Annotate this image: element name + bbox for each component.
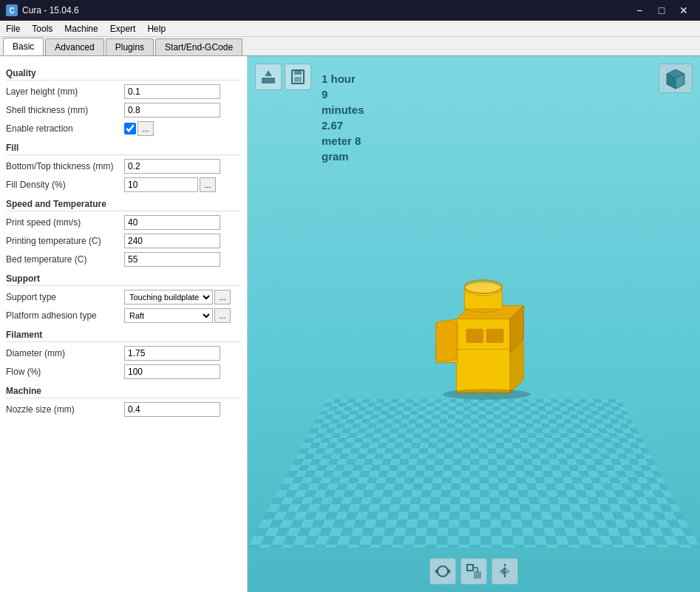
- print-info: 1 hour 9 minutes 2.67 meter 8 gram: [322, 71, 364, 164]
- row-bottom-top-thickness: Bottom/Top thickness (mm): [6, 158, 241, 174]
- load-icon: [260, 69, 276, 85]
- input-print-temp[interactable]: [124, 234, 220, 248]
- row-support-type: Support type Touching buildplate Everywh…: [6, 289, 241, 305]
- viewport-toolbar-bottom: [429, 558, 518, 585]
- svg-marker-23: [435, 568, 438, 574]
- row-print-temp: Printing temperature (C): [6, 233, 241, 249]
- section-speed: Speed and Temperature: [6, 199, 241, 211]
- support-type-dots-button[interactable]: ...: [214, 290, 231, 304]
- tab-advanced[interactable]: Advanced: [45, 38, 103, 55]
- scale-icon: [466, 563, 482, 579]
- menu-machine[interactable]: Machine: [58, 22, 103, 35]
- input-fill-density[interactable]: [124, 177, 198, 192]
- tabbar: Basic Advanced Plugins Start/End-GCode: [0, 37, 700, 56]
- scale-button[interactable]: [461, 558, 487, 585]
- menu-file[interactable]: File: [0, 22, 26, 35]
- row-platform-adhesion: Platform adhesion type Raft Brim Skirt N…: [6, 307, 241, 324]
- label-bottom-top-thickness: Bottom/Top thickness (mm): [6, 161, 124, 171]
- retraction-dots-button[interactable]: ...: [137, 121, 154, 136]
- titlebar-left: C Cura - 15.04.6: [6, 4, 79, 16]
- mirror-icon: [497, 563, 513, 579]
- row-diameter: Diameter (mm): [6, 345, 241, 361]
- left-panel: Quality Layer height (mm) Shell thicknes…: [0, 56, 248, 592]
- menu-expert[interactable]: Expert: [104, 22, 142, 35]
- svg-marker-1: [265, 70, 272, 76]
- mirror-button[interactable]: [492, 558, 518, 585]
- svg-rect-0: [262, 78, 275, 84]
- svg-marker-29: [500, 567, 505, 576]
- app-icon: C: [6, 4, 18, 16]
- rotate-icon: [435, 563, 451, 579]
- svg-rect-18: [466, 329, 483, 342]
- platform-adhesion-wrapper: Raft Brim Skirt None ...: [124, 308, 231, 323]
- viewport-toolbar-right: [659, 64, 693, 93]
- input-layer-height[interactable]: [124, 84, 220, 99]
- input-bottom-top-thickness[interactable]: [124, 159, 220, 174]
- label-support-type: Support type: [6, 292, 124, 302]
- print-material: 2.67 meter 8 gram: [322, 118, 364, 164]
- svg-rect-3: [294, 70, 302, 75]
- label-flow: Flow (%): [6, 367, 124, 377]
- save-model-button[interactable]: [285, 64, 311, 90]
- support-type-wrapper: Touching buildplate Everywhere None ...: [124, 290, 231, 304]
- titlebar: C Cura - 15.04.6 − □ ✕: [0, 0, 700, 21]
- view-cube-svg: [662, 65, 689, 92]
- row-fill-density: Fill Density (%) ...: [6, 177, 241, 193]
- label-nozzle-size: Nozzle size (mm): [6, 404, 124, 415]
- menu-help[interactable]: Help: [141, 22, 171, 35]
- tab-plugins[interactable]: Plugins: [106, 38, 154, 55]
- section-quality: Quality: [6, 68, 241, 81]
- view-cube-icon[interactable]: [659, 64, 693, 93]
- load-model-button[interactable]: [255, 64, 282, 90]
- tab-startend[interactable]: Start/End-GCode: [155, 38, 242, 55]
- label-bed-temp: Bed temperature (C): [6, 254, 124, 265]
- tab-basic[interactable]: Basic: [3, 38, 44, 55]
- input-print-speed[interactable]: [124, 215, 220, 230]
- label-fill-density: Fill Density (%): [6, 180, 124, 190]
- titlebar-title: Cura - 15.04.6: [22, 5, 79, 16]
- main-layout: Quality Layer height (mm) Shell thicknes…: [0, 56, 700, 592]
- viewport-toolbar-top: 1 hour 9 minutes 2.67 meter 8 gram: [255, 64, 311, 90]
- row-layer-height: Layer height (mm): [6, 84, 241, 100]
- select-support-type[interactable]: Touching buildplate Everywhere None: [124, 290, 213, 304]
- svg-rect-4: [294, 77, 302, 82]
- maximize-button[interactable]: □: [651, 3, 672, 18]
- titlebar-controls[interactable]: − □ ✕: [629, 3, 694, 18]
- row-nozzle-size: Nozzle size (mm): [6, 401, 241, 418]
- save-icon: [290, 69, 306, 85]
- platform-adhesion-dots-button[interactable]: ...: [214, 308, 231, 323]
- row-enable-retraction: Enable retraction ...: [6, 120, 241, 137]
- label-shell-thickness: Shell thickness (mm): [6, 105, 124, 115]
- checkbox-enable-retraction[interactable]: [124, 123, 136, 135]
- svg-marker-30: [505, 567, 510, 576]
- input-bed-temp[interactable]: [124, 252, 220, 267]
- label-diameter: Diameter (mm): [6, 348, 124, 358]
- menu-tools[interactable]: Tools: [26, 22, 58, 35]
- minimize-button[interactable]: −: [629, 3, 650, 18]
- label-print-temp: Printing temperature (C): [6, 236, 124, 246]
- section-support: Support: [6, 273, 241, 286]
- rotate-button[interactable]: [429, 558, 456, 585]
- input-diameter[interactable]: [124, 346, 220, 361]
- fill-density-dots-button[interactable]: ...: [200, 177, 216, 192]
- model-3d: [429, 250, 577, 444]
- close-button[interactable]: ✕: [673, 3, 694, 18]
- svg-point-21: [443, 389, 530, 400]
- input-flow[interactable]: [124, 364, 220, 379]
- label-enable-retraction: Enable retraction: [6, 123, 124, 134]
- input-shell-thickness[interactable]: [124, 103, 220, 118]
- section-fill: Fill: [6, 143, 241, 155]
- label-platform-adhesion: Platform adhesion type: [6, 310, 124, 321]
- row-print-speed: Print speed (mm/s): [6, 214, 241, 231]
- svg-rect-19: [486, 329, 503, 342]
- svg-marker-16: [436, 319, 456, 363]
- menubar: File Tools Machine Expert Help: [0, 21, 700, 37]
- svg-rect-24: [467, 565, 473, 571]
- select-platform-adhesion[interactable]: Raft Brim Skirt None: [124, 308, 213, 323]
- input-nozzle-size[interactable]: [124, 402, 220, 417]
- row-flow: Flow (%): [6, 364, 241, 380]
- viewport[interactable]: 1 hour 9 minutes 2.67 meter 8 gram: [248, 56, 700, 592]
- section-filament: Filament: [6, 330, 241, 342]
- section-machine: Machine: [6, 386, 241, 398]
- label-layer-height: Layer height (mm): [6, 86, 124, 97]
